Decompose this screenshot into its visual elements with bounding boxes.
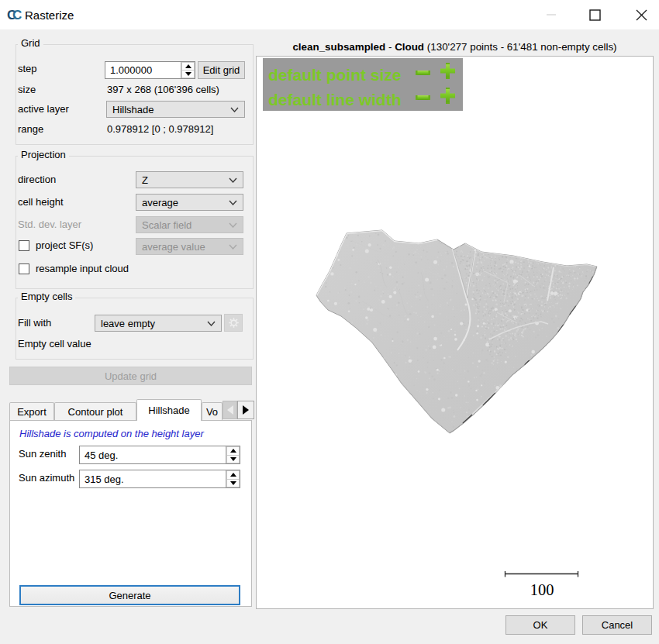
tab-hillshade[interactable]: Hillshade — [136, 399, 202, 421]
direction-combobox[interactable]: Z — [136, 171, 243, 188]
sun-azimuth-spin-arrows — [226, 470, 240, 487]
point-size-minus-button[interactable] — [416, 71, 430, 75]
minimize-icon — [547, 14, 556, 15]
step-value: 1.000000 — [105, 62, 181, 78]
arrow-right-icon — [243, 405, 249, 415]
edit-grid-button[interactable]: Edit grid — [198, 61, 245, 79]
spin-down-icon — [230, 481, 236, 485]
resample-checkbox[interactable] — [19, 263, 29, 274]
minimize-button[interactable] — [533, 0, 568, 29]
fill-with-label: Fill with — [18, 317, 51, 329]
default-line-width-label: default line width — [268, 91, 402, 109]
step-spinbox[interactable]: 1.000000 — [105, 61, 195, 79]
size-label: size — [18, 84, 36, 95]
line-width-plus-button[interactable] — [440, 88, 455, 104]
active-layer-label: active layer — [18, 103, 69, 115]
project-sf-checkbox[interactable] — [19, 240, 29, 251]
direction-value: Z — [136, 174, 229, 186]
spin-down-icon — [185, 72, 191, 76]
sun-azimuth-label: Sun azimuth — [19, 472, 74, 484]
chevron-down-icon — [229, 177, 237, 183]
empty-cells-settings-button — [224, 314, 243, 332]
sun-zenith-down-button[interactable] — [226, 455, 240, 464]
cloud-header-separator: - — [385, 41, 395, 53]
chevron-down-icon — [229, 200, 237, 205]
step-spin-down-button[interactable] — [181, 70, 195, 78]
sun-azimuth-spinbox[interactable]: 315 deg. — [79, 470, 240, 488]
active-layer-value: Hillshade — [107, 104, 230, 115]
tab-export[interactable]: Export — [9, 402, 54, 420]
empty-cells-group-title: Empty cells — [18, 291, 75, 302]
sun-zenith-spinbox[interactable]: 45 deg. — [79, 446, 240, 464]
project-sf-combobox: average value — [136, 238, 243, 255]
cloud-header: clean_subsampled - Cloud (130'277 points… — [256, 41, 654, 53]
direction-label: direction — [18, 174, 56, 185]
sun-zenith-label: Sun zenith — [19, 448, 66, 460]
spin-up-icon — [230, 449, 236, 453]
cloud-stats: (130'277 points - 61'481 non-empty cells… — [424, 41, 617, 53]
tab-scroll-left-button — [223, 401, 237, 419]
spin-up-icon — [185, 64, 191, 68]
arrow-left-icon — [227, 405, 233, 415]
step-spin-arrows — [181, 62, 195, 78]
cell-height-label: cell height — [18, 196, 64, 208]
std-dev-layer-value: Scalar field — [136, 219, 229, 231]
spin-up-icon — [230, 473, 236, 477]
step-label: step — [18, 63, 37, 74]
view-settings-overlay: default point size default line width — [263, 58, 463, 111]
active-layer-combobox[interactable]: Hillshade — [106, 101, 245, 118]
sun-zenith-spin-arrows — [226, 446, 240, 463]
range-label: range — [18, 123, 43, 135]
fill-with-combobox[interactable]: leave empty — [95, 315, 222, 332]
overlay-row-line-width: default line width — [268, 91, 402, 108]
std-dev-layer-combobox: Scalar field — [136, 216, 243, 233]
cloud-name: clean_subsampled — [292, 41, 385, 53]
maximize-button[interactable] — [578, 0, 612, 29]
range-value: 0.978912 [0 ; 0.978912] — [107, 123, 213, 135]
maximize-icon — [589, 9, 601, 21]
grid-group-title: Grid — [18, 37, 43, 49]
scale-bar — [504, 570, 580, 579]
close-button[interactable] — [624, 0, 659, 29]
generate-button[interactable]: Generate — [19, 585, 240, 605]
std-dev-layer-label: Std. dev. layer — [18, 219, 81, 230]
chevron-down-icon — [207, 321, 216, 326]
chevron-down-icon — [230, 107, 239, 112]
sun-azimuth-up-button[interactable] — [226, 470, 240, 479]
hillshade-info-text: Hillshade is computed on the height laye… — [19, 428, 204, 439]
chevron-down-icon — [229, 222, 237, 228]
overlay-row-point-size: default point size — [268, 66, 402, 84]
project-sf-label[interactable]: project SF(s) — [36, 239, 93, 251]
tab-scroll-right-button[interactable] — [237, 401, 254, 419]
chevron-down-icon — [229, 244, 237, 250]
tab-volume[interactable]: Vo — [202, 402, 223, 420]
line-width-minus-button[interactable] — [416, 95, 430, 100]
sun-zenith-value: 45 deg. — [80, 446, 226, 463]
cell-height-combobox[interactable]: average — [136, 194, 243, 211]
projection-group-title: Projection — [18, 149, 69, 160]
default-point-size-label: default point size — [268, 66, 402, 84]
window-title: Rasterize — [25, 9, 74, 22]
fill-with-value: leave empty — [95, 318, 207, 329]
spin-down-icon — [230, 457, 236, 461]
size-value: 397 x 268 (106'396 cells) — [107, 84, 219, 95]
step-spin-up-button[interactable] — [181, 62, 195, 70]
ok-button[interactable]: OK — [505, 615, 575, 635]
cloudcompare-logo-icon: C C — [7, 6, 24, 23]
cancel-button[interactable]: Cancel — [582, 615, 652, 635]
sun-azimuth-down-button[interactable] — [226, 479, 240, 488]
cloud-type: Cloud — [395, 41, 424, 53]
title-bar[interactable]: C C Rasterize — [0, 0, 659, 29]
project-sf-value: average value — [136, 241, 229, 253]
cell-height-value: average — [136, 197, 229, 208]
resample-label[interactable]: resample input cloud — [36, 263, 129, 274]
update-grid-button: Update grid — [9, 367, 252, 385]
empty-cell-value-label: Empty cell value — [18, 338, 91, 350]
scale-value: 100 — [504, 581, 580, 599]
gear-icon — [228, 317, 240, 329]
sun-azimuth-value: 315 deg. — [80, 470, 226, 487]
svg-text:C: C — [12, 8, 22, 22]
point-size-plus-button[interactable] — [440, 63, 455, 79]
tab-contour-plot[interactable]: Contour plot — [54, 402, 136, 420]
sun-zenith-up-button[interactable] — [226, 446, 240, 455]
